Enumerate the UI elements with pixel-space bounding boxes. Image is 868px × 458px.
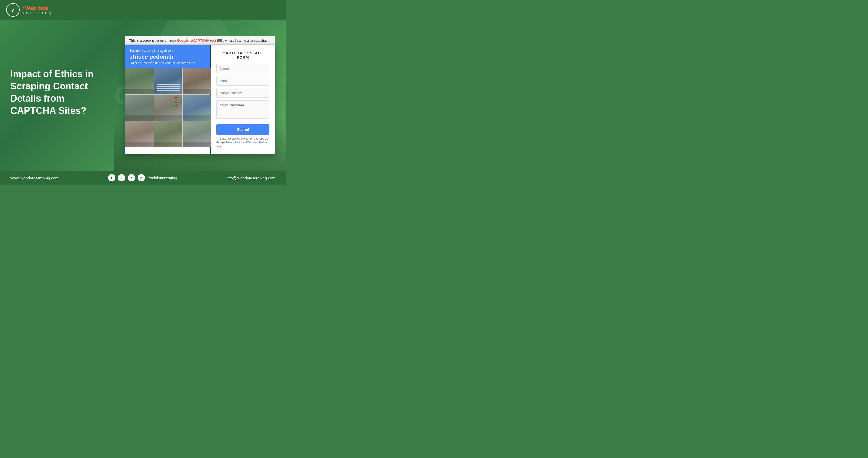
notice-suffix: , where I can test re-captcha. [223,38,267,42]
logo-scraping: s c r a p i n g [22,11,52,15]
captcha-cell-6[interactable] [183,95,211,121]
logo-icon: i [6,3,20,17]
captcha-instruction: Fai clic su Verifica dopo averle selezio… [129,61,206,65]
screenshot-container: Seleziona tutte le immagini con strisce … [125,45,275,154]
captcha-header: Seleziona tutte le immagini con strisce … [125,45,210,68]
footer-email: info@iwebdatascraping.com [226,176,275,180]
captcha-panel: Seleziona tutte le immagini con strisce … [125,45,211,154]
contact-form-panel: CAPTCHA CONTACT FORM Submit This site is… [211,45,275,154]
highlight-text: Google reCAPTCHA test [177,38,216,42]
captcha-grid[interactable] [125,68,210,147]
social-handle: /iwebdatascraping [148,176,177,180]
captcha-cell-1[interactable] [125,68,154,94]
captcha-big-text: strisce pedonali [129,54,206,60]
captcha-cell-4[interactable] [125,95,154,121]
badge: 7 [217,39,222,42]
captcha-cell-2[interactable] [154,68,182,94]
phone-input[interactable] [216,88,270,98]
and-text: and [242,141,247,144]
captcha-cell-8[interactable] [154,121,182,147]
left-section: Impact of Ethics in Scraping Contact Det… [10,68,109,122]
name-field[interactable] [216,64,270,73]
form-title: CAPTCHA CONTACT FORM [216,51,270,60]
captcha-small-text: Seleziona tutte le immagini con [129,49,206,53]
right-section: This is a screenshot taken from Google r… [120,36,275,154]
submit-button[interactable]: Submit [216,124,270,135]
instagram-icon[interactable]: ○ [118,174,125,181]
twitter-icon[interactable]: t [128,174,135,181]
captcha-cell-3[interactable] [183,68,211,94]
footer-social: f ○ t p /iwebdatascraping [108,174,177,181]
facebook-icon[interactable]: f [108,174,115,181]
footer-website: www.iwebdatascraping.com [10,176,58,180]
terms-link[interactable]: Terms of Service [247,141,267,144]
captcha-cell-5[interactable] [154,95,182,121]
captcha-cell-9[interactable] [183,121,211,147]
message-textarea[interactable] [216,100,270,119]
email-field[interactable] [216,76,270,86]
privacy-link[interactable]: Privacy Policy [225,141,242,144]
header: i i Web data s c r a p i n g [0,0,286,20]
logo-i: i [22,5,24,11]
screenshot-bar: This is a screenshot taken from Google r… [125,36,275,45]
logo-text: i Web data s c r a p i n g [22,5,52,15]
main-title: Impact of Ethics in Scraping Contact Det… [10,68,109,117]
name-input[interactable] [216,64,270,73]
email-input[interactable] [216,76,270,86]
message-field[interactable] [216,100,270,120]
logo-brand: i Web data [22,5,52,11]
captcha-cell-7[interactable] [125,121,154,147]
footer: www.iwebdatascraping.com f ○ t p /iwebda… [0,171,286,185]
phone-field[interactable] [216,88,270,98]
main-content: CONTAC Impact of Ethics in Scraping Cont… [0,20,286,171]
notice-text: This is a screenshot taken from [129,38,176,42]
form-footer: This site is protected by reCAPTCHA and … [216,137,270,148]
apply-text: apply. [216,145,223,148]
pinterest-icon[interactable]: p [138,174,145,181]
